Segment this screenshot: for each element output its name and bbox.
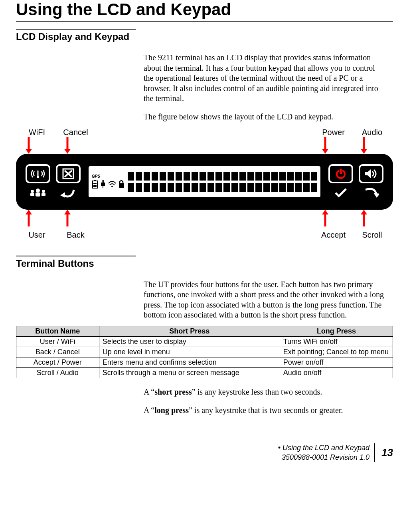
user-button[interactable] [26,187,50,199]
section-title-lcd: LCD Display and Keypad [16,31,393,42]
cell-short: Scrolls through a menu or screen message [99,367,280,378]
cell-long: Power on/off [280,357,393,367]
scroll-button[interactable] [359,187,383,199]
label-back: Back [63,230,89,240]
cell-name: Back / Cancel [16,347,99,357]
figure-bottom-arrows [16,210,393,226]
svg-rect-21 [94,180,96,181]
device-panel: GPS [16,154,393,210]
svg-point-10 [36,189,40,193]
table-row: Scroll / Audio Scrolls through a menu or… [16,367,393,378]
arrow-up-icon [63,210,72,226]
footer-revision: 3500988-0001 Revision 1.0 [278,453,369,462]
paragraph: The figure below shows the layout of the… [144,112,385,122]
power-button[interactable] [328,164,353,183]
label-audio: Audio [359,128,385,137]
svg-rect-26 [101,183,105,186]
svg-point-28 [111,186,113,187]
cell-long: Turns WiFi on/off [280,336,393,347]
table-row: User / WiFi Selects the user to display … [16,336,393,347]
cancel-icon [62,168,74,179]
svg-marker-1 [26,149,32,154]
accept-button[interactable] [328,187,353,199]
svg-rect-22 [93,185,97,187]
arrow-down-icon [320,137,330,154]
page-footer: • Using the LCD and Keypad 3500988-0001 … [16,443,393,462]
cell-long: Audio on/off [280,367,393,378]
back-button[interactable] [56,187,81,199]
svg-rect-15 [41,193,45,196]
lock-icon [118,179,124,189]
audio-button[interactable] [359,164,383,183]
power-icon [335,168,347,179]
button-table: Button Name Short Press Long Press User … [16,326,393,378]
speaker-icon [364,168,378,179]
check-icon [334,188,348,198]
cell-name: User / WiFi [16,336,99,347]
section-rule-2 [16,256,136,256]
cell-short: Up one level in menu [99,347,280,357]
th-short-press: Short Press [99,326,280,336]
svg-marker-39 [64,210,71,214]
label-user: User [24,230,50,240]
section-title-buttons: Terminal Buttons [16,258,393,269]
signal-icon [108,179,117,189]
label-cancel: Cancel [63,128,89,137]
svg-marker-7 [361,149,367,154]
arrow-up-icon [24,210,34,226]
arrow-up-icon [359,210,369,226]
page-number: 13 [375,443,393,462]
th-long-press: Long Press [280,326,393,336]
table-row: Accept / Power Enters menu and confirms … [16,357,393,367]
svg-rect-25 [103,180,104,183]
cell-name: Accept / Power [16,357,99,367]
back-icon [60,188,76,198]
section-rule-1 [16,29,136,30]
svg-point-9 [37,176,39,178]
svg-rect-13 [30,193,34,196]
svg-marker-5 [322,149,328,154]
lcd-display: GPS [89,166,320,197]
arrow-down-icon [24,137,34,154]
user-icon [29,188,47,198]
plug-icon [100,179,106,189]
cell-short: Enters menu and confirms selection [99,357,280,367]
lcd-gps-label: GPS [92,174,100,179]
arrow-down-icon [63,137,72,154]
label-accept: Accept [320,230,346,240]
lcd-text-area [128,172,317,192]
battery-icon [92,179,98,189]
svg-rect-11 [36,193,40,197]
svg-rect-27 [103,186,103,188]
label-power: Power [320,128,346,137]
cell-name: Scroll / Audio [16,367,99,378]
svg-marker-37 [26,210,32,214]
long-press-def: A “long press” is any keystroke that is … [144,405,385,416]
arrow-down-icon [359,137,369,154]
cell-short: Selects the user to display [99,336,280,347]
table-row: Back / Cancel Up one level in menu Exit … [16,347,393,357]
footer-bullet: • [278,444,283,452]
wifi-button[interactable] [26,164,50,183]
chapter-rule [16,21,393,22]
th-button-name: Button Name [16,326,99,336]
figure-top-labels: WiFI Cancel Power Audio [16,128,393,137]
svg-rect-29 [119,183,124,188]
arrow-up-icon [320,210,330,226]
label-wifi: WiFI [24,128,50,137]
paragraph: The UT provides four buttons for the use… [144,280,385,320]
svg-rect-23 [93,183,97,184]
svg-marker-41 [322,210,328,214]
figure-bottom-labels: User Back Accept Scroll [16,230,393,240]
cancel-button[interactable] [56,164,81,183]
chapter-title: Using the LCD and Keypad [16,0,393,19]
svg-marker-34 [365,169,371,178]
svg-marker-3 [64,149,71,154]
paragraph: The 9211 terminal has an LCD display tha… [144,53,385,104]
footer-title: Using the LCD and Keypad [283,444,369,452]
label-scroll: Scroll [359,230,385,240]
svg-marker-19 [60,192,65,198]
short-press-def: A “short press” is any keystroke less th… [144,387,385,397]
svg-marker-35 [373,193,379,198]
svg-point-12 [31,190,34,193]
